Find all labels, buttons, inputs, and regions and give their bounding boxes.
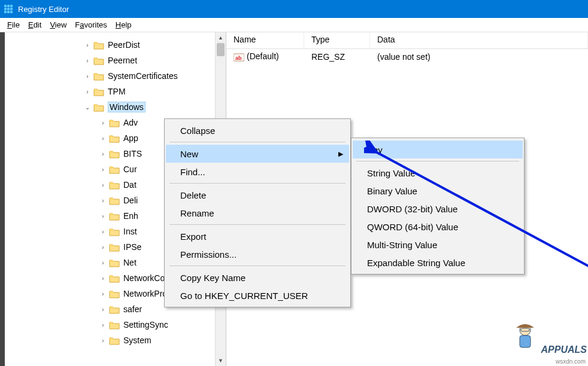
expand-icon[interactable]: ›	[98, 133, 108, 143]
menu-edit[interactable]: Edit	[25, 19, 45, 30]
menu-item-label: Permissions...	[180, 249, 237, 260]
menu-separator	[169, 224, 345, 225]
folder-icon	[109, 274, 120, 283]
svg-rect-4	[7, 8, 10, 10]
expand-icon[interactable]: ›	[98, 273, 108, 283]
expand-icon[interactable]: ›	[83, 71, 92, 81]
folder-icon	[93, 56, 104, 65]
tree-item-label: Cur	[123, 164, 137, 174]
tree-item-label: TPM	[108, 87, 126, 96]
svg-rect-5	[10, 8, 13, 10]
expand-icon[interactable]: ›	[83, 56, 92, 65]
menu-item-label: DWORD (32-bit) Value	[367, 204, 457, 214]
ctx-item-multi-string-value[interactable]: Multi-String Value	[353, 236, 523, 254]
expand-icon[interactable]: ›	[98, 149, 108, 158]
tree-item-tpm[interactable]: ›TPM	[5, 84, 226, 99]
folder-icon	[109, 118, 120, 127]
folder-icon	[109, 336, 120, 345]
ctx-item-key[interactable]: Key	[353, 141, 523, 158]
svg-rect-13	[520, 336, 531, 347]
context-submenu-new: KeyString ValueBinary ValueDWORD (32-bit…	[351, 138, 525, 274]
tree-item-systemcertificates[interactable]: ›SystemCertificates	[5, 68, 226, 84]
scroll-up-button[interactable]: ▲	[216, 32, 226, 43]
tree-item-label: IPSe	[123, 242, 141, 252]
expand-icon[interactable]: ›	[98, 227, 108, 236]
expand-icon[interactable]: ›	[98, 164, 108, 174]
menu-separator	[169, 266, 345, 266]
list-row[interactable]: ab (Default) REG_SZ (value not set)	[226, 49, 588, 65]
title-bar: Registry Editor	[0, 0, 588, 18]
ctx-item-find[interactable]: Find...	[166, 163, 349, 181]
expand-icon[interactable]: ›	[98, 180, 108, 190]
column-name[interactable]: Name	[226, 32, 304, 48]
menu-help[interactable]: Help	[112, 19, 135, 30]
expand-icon[interactable]: ›	[98, 258, 108, 267]
ctx-item-permissions[interactable]: Permissions...	[166, 245, 349, 263]
expand-icon[interactable]: ›	[98, 320, 108, 330]
menu-favorites[interactable]: Favorites	[71, 19, 110, 30]
tree-item-label: BITS	[123, 149, 142, 158]
ctx-item-dword-32-bit-value[interactable]: DWORD (32-bit) Value	[353, 200, 523, 218]
menu-item-label: Expandable String Value	[367, 258, 465, 268]
expand-icon[interactable]: ›	[98, 196, 108, 205]
ctx-item-new[interactable]: New▶	[166, 145, 349, 163]
svg-rect-0	[4, 5, 7, 7]
svg-rect-6	[4, 11, 7, 13]
ctx-item-qword-64-bit-value[interactable]: QWORD (64-bit) Value	[353, 218, 523, 236]
folder-icon	[109, 289, 120, 298]
menu-item-label: Key	[367, 145, 383, 155]
column-data[interactable]: Data	[370, 32, 588, 48]
column-type[interactable]: Type	[304, 32, 370, 48]
folder-icon	[109, 196, 120, 205]
tree-item-label: Windows	[108, 102, 146, 112]
folder-icon	[109, 212, 120, 221]
scroll-down-button[interactable]: ▼	[216, 355, 226, 366]
ctx-item-export[interactable]: Export	[166, 227, 349, 245]
list-header: Name Type Data	[226, 32, 588, 49]
ctx-item-go-to-hkey-current-user[interactable]: Go to HKEY_CURRENT_USER	[166, 286, 349, 304]
expand-icon[interactable]: ›	[83, 87, 92, 96]
menu-bar: File Edit View Favorites Help	[0, 18, 588, 32]
menu-separator	[169, 183, 345, 184]
tree-item-peerdist[interactable]: ›PeerDist	[5, 37, 226, 53]
folder-icon	[93, 72, 104, 81]
menu-item-label: Export	[180, 231, 206, 242]
window-title: Registry Editor	[18, 5, 69, 14]
menu-item-label: Find...	[180, 167, 205, 177]
ctx-item-string-value[interactable]: String Value	[353, 164, 523, 182]
menu-item-label: Collapse	[180, 126, 215, 136]
tree-item-system[interactable]: ›System	[5, 333, 226, 348]
ctx-item-rename[interactable]: Rename	[166, 204, 349, 222]
expand-icon[interactable]: ›	[83, 40, 92, 50]
menu-item-label: Go to HKEY_CURRENT_USER	[180, 291, 308, 301]
folder-icon	[109, 258, 120, 267]
expand-icon[interactable]: ›	[98, 118, 108, 127]
svg-rect-8	[10, 11, 13, 13]
menu-item-label: QWORD (64-bit) Value	[367, 222, 458, 232]
folder-icon	[109, 134, 120, 143]
expand-icon[interactable]: ›	[98, 336, 108, 345]
folder-icon	[109, 227, 120, 236]
expand-icon[interactable]: ›	[98, 242, 108, 252]
tree-item-settingsync[interactable]: ›SettingSync	[5, 317, 226, 333]
tree-item-label: App	[123, 133, 138, 143]
window-edge	[0, 32, 5, 366]
tree-item-label: Peernet	[108, 56, 137, 65]
app-icon	[4, 4, 13, 14]
ctx-item-delete[interactable]: Delete	[166, 186, 349, 204]
tree-item-label: SettingSync	[123, 320, 168, 330]
scroll-thumb[interactable]	[217, 43, 225, 56]
menu-file[interactable]: File	[4, 19, 23, 30]
tree-item-windows[interactable]: ⌄Windows	[5, 99, 226, 115]
expand-icon[interactable]: ›	[98, 211, 108, 221]
ctx-item-binary-value[interactable]: Binary Value	[353, 182, 523, 200]
reg-string-icon: ab	[234, 53, 244, 62]
expand-icon[interactable]: ›	[98, 289, 108, 298]
ctx-item-collapse[interactable]: Collapse	[166, 121, 349, 139]
ctx-item-copy-key-name[interactable]: Copy Key Name	[166, 269, 349, 286]
collapse-icon[interactable]: ⌄	[83, 102, 92, 112]
menu-view[interactable]: View	[46, 19, 70, 30]
ctx-item-expandable-string-value[interactable]: Expandable String Value	[353, 254, 523, 272]
tree-item-peernet[interactable]: ›Peernet	[5, 53, 226, 68]
expand-icon[interactable]: ›	[98, 304, 108, 314]
